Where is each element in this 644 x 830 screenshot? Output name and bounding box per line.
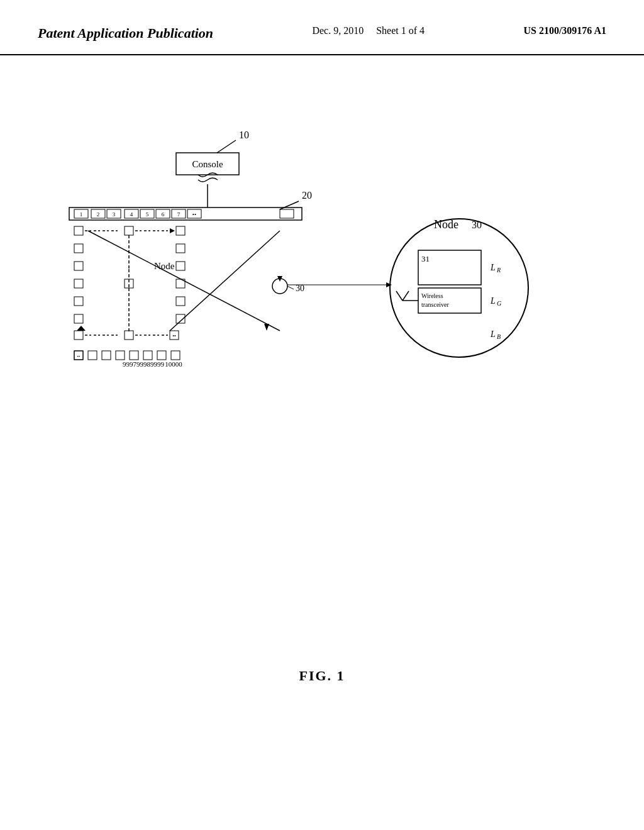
lb-sub: B <box>497 333 501 340</box>
lr-label: L <box>490 263 496 272</box>
port-2-label: 2 <box>97 211 100 218</box>
node-r9c2 <box>88 351 97 360</box>
switch-num-label: 20 <box>302 190 312 201</box>
lg-label: L <box>490 296 496 306</box>
publication-title: Patent Application Publication <box>38 25 213 42</box>
node-r6c1 <box>74 297 83 306</box>
node-r6-last <box>176 297 185 306</box>
console-num-label: 10 <box>239 130 249 140</box>
node-r3c1 <box>74 244 83 253</box>
port-7-label: 7 <box>177 211 180 218</box>
svg-line-27 <box>396 291 402 301</box>
node-30-label-large: 30 <box>472 219 482 230</box>
r8-dots-label: •• <box>172 333 176 339</box>
num-9998: 9998 <box>136 360 151 368</box>
port-4-label: 4 <box>130 211 133 218</box>
publication-date: Dec. 9, 2010 <box>312 25 364 36</box>
node-r2c4 <box>125 226 133 235</box>
arrow-to-large-node <box>386 282 392 287</box>
node-r2c1 <box>74 226 83 235</box>
num-9999: 9999 <box>150 360 165 368</box>
node-r4c1 <box>74 262 83 270</box>
svg-line-24 <box>88 231 280 331</box>
diagram-area: 10 Console 20 1 2 3 4 5 6 <box>0 55 644 778</box>
num-9997: 9997 <box>123 360 137 368</box>
svg-text:••: •• <box>77 354 80 359</box>
sheet-info: Sheet 1 of 4 <box>376 25 425 36</box>
arrow-r2 <box>170 228 175 233</box>
wireless-label-line2: transceiver <box>421 301 450 308</box>
node-r4-last <box>176 262 185 270</box>
node-r9c3 <box>102 351 111 360</box>
lr-sub: R <box>496 267 501 274</box>
port-1-label: 1 <box>80 211 83 218</box>
node-text: Node <box>154 261 175 271</box>
wireless-label-line1: Wireless <box>421 292 443 299</box>
port-6-label: 6 <box>162 211 165 218</box>
port-3-label: 3 <box>113 211 116 218</box>
node-r9c7 <box>157 351 166 360</box>
lg-sub: G <box>497 300 501 307</box>
port-dots-label: •• <box>192 211 196 218</box>
node-label-large: Node <box>434 218 458 231</box>
node-r5c1 <box>74 279 83 288</box>
svg-line-2 <box>280 201 299 209</box>
node-r8c1 <box>74 331 83 340</box>
node-r9c5 <box>130 351 138 360</box>
num-31: 31 <box>421 254 430 263</box>
svg-line-28 <box>402 291 409 301</box>
arrow-down-node <box>264 324 269 331</box>
svg-line-0 <box>217 140 236 153</box>
node-r3-last <box>176 244 185 253</box>
port-5-label: 5 <box>146 211 149 218</box>
wireless-box <box>418 288 481 313</box>
patent-number: US 2100/309176 A1 <box>523 25 606 36</box>
svg-line-26 <box>287 286 294 289</box>
header-center: Dec. 9, 2010 Sheet 1 of 4 <box>312 25 425 36</box>
port-right <box>280 209 294 218</box>
arrow-up-left <box>77 326 86 331</box>
node-r9c8 <box>171 351 180 360</box>
figure-label: FIG. 1 <box>299 668 345 684</box>
lb-label: L <box>490 329 496 339</box>
page-header: Patent Application Publication Dec. 9, 2… <box>0 0 644 55</box>
node-r8c4 <box>125 331 133 340</box>
node-r9c4 <box>116 351 125 360</box>
node-r7c1 <box>74 314 83 323</box>
console-label: Console <box>192 159 223 169</box>
node-r2c-last <box>176 226 185 235</box>
num-10000: 10000 <box>165 360 182 368</box>
svg-line-25 <box>170 231 280 331</box>
figure-1-svg: 10 Console 20 1 2 3 4 5 6 <box>31 106 610 577</box>
node-r9c6 <box>143 351 152 360</box>
